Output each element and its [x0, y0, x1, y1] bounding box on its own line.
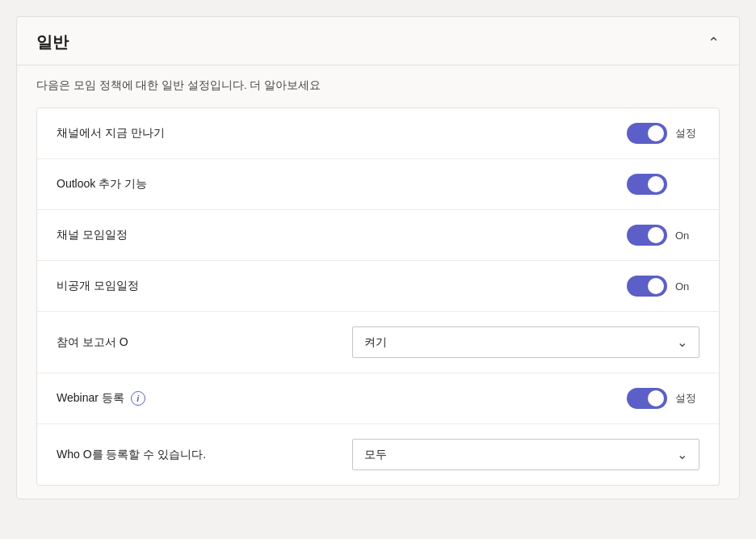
toggle-channel-meet-now[interactable]	[627, 123, 667, 144]
setting-control-attendance-report: 켜기 ⌄	[352, 326, 699, 358]
setting-control-channel-meet-now: 설정	[627, 123, 699, 144]
setting-row-attendance-report: 참여 보고서 O 켜기 ⌄	[37, 312, 719, 373]
setting-label-private-meeting-schedule: 비공개 모임일정	[57, 279, 139, 293]
setting-label-attendance-report: 참여 보고서 O	[57, 335, 128, 350]
dropdown-value-who-can-register: 모두	[364, 448, 387, 462]
toggle-label-channel-meet-now: 설정	[675, 126, 699, 141]
toggle-label-private-meeting-schedule: On	[675, 280, 699, 293]
setting-row-private-meeting-schedule: 비공개 모임일정 On	[37, 261, 719, 312]
dropdown-attendance-report[interactable]: 켜기 ⌄	[352, 326, 699, 358]
toggle-outlook-addon[interactable]	[627, 174, 667, 195]
setting-label-who-can-register: Who O를 등록할 수 있습니다.	[57, 448, 206, 462]
setting-control-outlook-addon	[627, 174, 699, 195]
toggle-webinar-registration[interactable]	[627, 388, 667, 409]
setting-control-who-can-register: 모두 ⌄	[352, 439, 699, 470]
dropdown-who-can-register[interactable]: 모두 ⌄	[352, 439, 699, 470]
setting-control-channel-meeting-schedule: On	[627, 225, 699, 246]
chevron-down-icon: ⌄	[677, 335, 687, 350]
setting-label-channel-meet-now: 채널에서 지금 만나기	[57, 126, 165, 141]
setting-row-who-can-register: Who O를 등록할 수 있습니다. 모두 ⌄	[37, 424, 719, 485]
section-description: 다음은 모임 정책에 대한 일반 설정입니다. 더 알아보세요	[17, 65, 739, 99]
setting-row-channel-meeting-schedule: 채널 모임일정 On	[37, 210, 719, 261]
setting-control-webinar-registration: 설정	[627, 388, 699, 409]
section-title: 일반	[36, 32, 69, 53]
setting-control-private-meeting-schedule: On	[627, 276, 699, 297]
toggle-channel-meeting-schedule[interactable]	[627, 225, 667, 246]
settings-panel: 일반 ⌃ 다음은 모임 정책에 대한 일반 설정입니다. 더 알아보세요 채널에…	[16, 16, 740, 499]
settings-card: 채널에서 지금 만나기 설정 Outlook 추가 기능 채널	[36, 107, 720, 486]
info-icon[interactable]: i	[131, 391, 145, 406]
setting-label-channel-meeting-schedule: 채널 모임일정	[57, 228, 128, 242]
chevron-down-icon: ⌄	[677, 447, 687, 462]
setting-row-outlook-addon: Outlook 추가 기능	[37, 159, 719, 210]
setting-row-channel-meet-now: 채널에서 지금 만나기 설정	[37, 108, 719, 159]
collapse-icon[interactable]: ⌃	[708, 34, 720, 52]
setting-label-outlook-addon: Outlook 추가 기능	[57, 177, 147, 192]
toggle-label-webinar-registration: 설정	[675, 391, 699, 406]
toggle-label-channel-meeting-schedule: On	[675, 229, 699, 242]
toggle-private-meeting-schedule[interactable]	[627, 276, 667, 297]
section-header: 일반 ⌃	[17, 17, 739, 65]
setting-label-webinar-registration: Webinar 등록 i	[57, 391, 145, 406]
setting-row-webinar-registration: Webinar 등록 i 설정	[37, 373, 719, 424]
dropdown-value-attendance-report: 켜기	[364, 335, 387, 350]
